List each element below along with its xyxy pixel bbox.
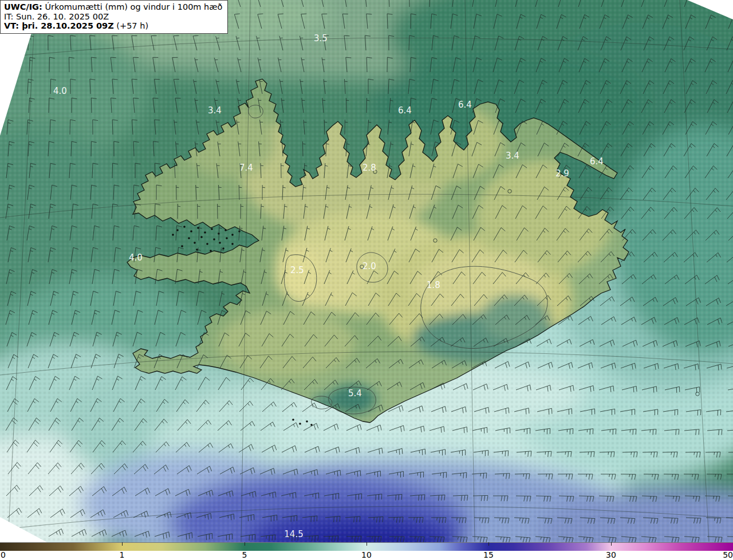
precip-value-label: 4.0 (53, 86, 67, 96)
init-time: Sun. 26. 10. 2025 00Z (16, 12, 109, 21)
model-name: UWC/IG: (4, 2, 42, 11)
map-canvas: 3.54.03.46.46.47.42.83.42.96.44.02.52.01… (0, 0, 733, 542)
colorbar-tick-label: 0 (1, 551, 6, 559)
valid-label: VT: (4, 21, 19, 30)
forecast-map: 3.54.03.46.46.47.42.83.42.96.44.02.52.01… (0, 0, 733, 542)
colorbar-tick-label: 5 (242, 551, 247, 559)
precip-value-label: 2.8 (362, 163, 376, 173)
colorbar-tick-label: 10 (361, 551, 372, 559)
valid-time: þri. 28.10.2025 09Z (22, 21, 114, 30)
weather-map-app: 3.54.03.46.46.47.42.83.42.96.44.02.52.01… (0, 0, 733, 560)
legend-box: UWC/IG: Úrkomumætti (mm) og vindur i 100… (0, 0, 228, 34)
colorbar-tick-label: 15 (483, 551, 494, 559)
legend-title-line: UWC/IG: Úrkomumætti (mm) og vindur i 100… (4, 2, 222, 12)
precip-value-label: 7.4 (239, 163, 253, 173)
precip-value-label: 6.4 (398, 105, 412, 116)
precip-value-label: 2.9 (555, 168, 569, 179)
precip-value-label: 1.8 (427, 280, 440, 290)
precip-value-label: 6.4 (590, 156, 604, 167)
colorbar-tick-label: 50 (723, 551, 733, 559)
precip-value-label: 3.5 (314, 33, 328, 44)
precip-value-label: 2.0 (362, 261, 376, 271)
precip-value-label: 14.5 (284, 529, 303, 539)
parameter-title: Úrkomumætti (mm) og vindur i 100m hæð (45, 2, 222, 11)
valid-time-line: VT: þri. 28.10.2025 09Z (+57 h) (4, 21, 222, 31)
precip-value-label: 6.4 (458, 100, 472, 110)
valid-offset: (+57 h) (116, 21, 148, 30)
precip-value-label: 3.4 (506, 151, 519, 161)
init-time-line: IT: Sun. 26. 10. 2025 00Z (4, 12, 222, 22)
precip-value-label: 2.5 (290, 265, 304, 275)
colorbar-labels: 01510153050 (0, 551, 733, 560)
precipitation-colorbar (0, 542, 733, 551)
init-label: IT: (4, 12, 13, 21)
precip-value-label: 3.4 (208, 105, 222, 116)
precip-value-label: 5.4 (348, 388, 362, 399)
colorbar-tick-label: 30 (606, 551, 616, 559)
precip-value-label: 4.0 (129, 253, 143, 263)
colorbar-tick-label: 1 (120, 551, 125, 559)
